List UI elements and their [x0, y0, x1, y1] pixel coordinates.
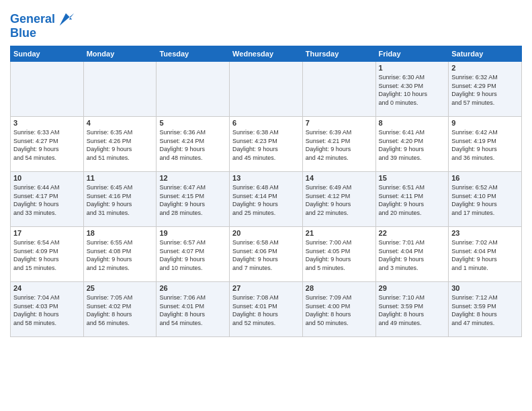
day-number: 18 [87, 229, 154, 237]
calendar-cell: 4Sunrise: 6:35 AM Sunset: 4:26 PM Daylig… [83, 117, 157, 172]
day-info: Sunrise: 7:10 AM Sunset: 3:59 PM Dayligh… [379, 293, 446, 327]
day-info: Sunrise: 6:36 AM Sunset: 4:24 PM Dayligh… [159, 128, 226, 162]
day-info: Sunrise: 7:09 AM Sunset: 4:00 PM Dayligh… [306, 293, 373, 327]
day-number: 24 [13, 284, 81, 292]
calendar-cell: 3Sunrise: 6:33 AM Sunset: 4:27 PM Daylig… [11, 117, 84, 172]
calendar-cell [83, 62, 157, 117]
day-number: 19 [159, 229, 226, 237]
header-day: Friday [375, 46, 449, 62]
day-number: 10 [13, 174, 81, 182]
header-day: Tuesday [157, 46, 230, 62]
day-number: 1 [379, 64, 446, 72]
day-info: Sunrise: 6:49 AM Sunset: 4:12 PM Dayligh… [306, 183, 373, 217]
calendar-cell: 13Sunrise: 6:48 AM Sunset: 4:14 PM Dayli… [230, 172, 303, 227]
day-number: 14 [306, 174, 373, 182]
day-info: Sunrise: 7:12 AM Sunset: 3:59 PM Dayligh… [451, 293, 519, 327]
day-info: Sunrise: 7:01 AM Sunset: 4:04 PM Dayligh… [379, 238, 446, 272]
day-number: 29 [379, 284, 446, 292]
day-info: Sunrise: 6:52 AM Sunset: 4:10 PM Dayligh… [451, 183, 519, 217]
day-info: Sunrise: 6:55 AM Sunset: 4:08 PM Dayligh… [87, 238, 154, 272]
day-info: Sunrise: 7:05 AM Sunset: 4:02 PM Dayligh… [87, 293, 154, 327]
day-info: Sunrise: 7:02 AM Sunset: 4:04 PM Dayligh… [451, 238, 519, 272]
day-number: 25 [87, 284, 154, 292]
day-number: 26 [159, 284, 226, 292]
svg-marker-0 [60, 13, 74, 26]
header-row: SundayMondayTuesdayWednesdayThursdayFrid… [11, 46, 522, 62]
day-info: Sunrise: 7:04 AM Sunset: 4:03 PM Dayligh… [13, 293, 81, 327]
header-day: Saturday [449, 46, 522, 62]
calendar-cell: 2Sunrise: 6:32 AM Sunset: 4:29 PM Daylig… [449, 62, 522, 117]
logo-text: General [10, 13, 55, 26]
calendar-cell [157, 62, 230, 117]
day-info: Sunrise: 6:30 AM Sunset: 4:30 PM Dayligh… [379, 73, 446, 107]
calendar-week-row: 1Sunrise: 6:30 AM Sunset: 4:30 PM Daylig… [11, 62, 522, 117]
page-header: General Blue [10, 7, 522, 40]
header-day: Wednesday [230, 46, 303, 62]
day-number: 23 [451, 229, 519, 237]
calendar-cell: 11Sunrise: 6:45 AM Sunset: 4:16 PM Dayli… [83, 172, 157, 227]
calendar-cell [302, 62, 375, 117]
calendar-week-row: 24Sunrise: 7:04 AM Sunset: 4:03 PM Dayli… [11, 282, 522, 337]
day-number: 5 [159, 119, 226, 127]
day-number: 21 [306, 229, 373, 237]
calendar-week-row: 3Sunrise: 6:33 AM Sunset: 4:27 PM Daylig… [11, 117, 522, 172]
day-number: 17 [13, 229, 81, 237]
calendar-cell: 17Sunrise: 6:54 AM Sunset: 4:09 PM Dayli… [11, 227, 84, 282]
day-number: 28 [306, 284, 373, 292]
logo: General Blue [10, 10, 75, 40]
calendar-cell: 26Sunrise: 7:06 AM Sunset: 4:01 PM Dayli… [157, 282, 230, 337]
calendar-cell: 18Sunrise: 6:55 AM Sunset: 4:08 PM Dayli… [83, 227, 157, 282]
calendar-cell: 5Sunrise: 6:36 AM Sunset: 4:24 PM Daylig… [157, 117, 230, 172]
day-info: Sunrise: 6:48 AM Sunset: 4:14 PM Dayligh… [232, 183, 300, 217]
day-number: 15 [379, 174, 446, 182]
header-day: Monday [83, 46, 157, 62]
day-info: Sunrise: 6:51 AM Sunset: 4:11 PM Dayligh… [379, 183, 446, 217]
day-info: Sunrise: 6:42 AM Sunset: 4:19 PM Dayligh… [451, 128, 519, 162]
day-info: Sunrise: 6:57 AM Sunset: 4:07 PM Dayligh… [159, 238, 226, 272]
day-number: 2 [451, 64, 519, 72]
calendar-cell: 10Sunrise: 6:44 AM Sunset: 4:17 PM Dayli… [11, 172, 84, 227]
calendar-cell: 19Sunrise: 6:57 AM Sunset: 4:07 PM Dayli… [157, 227, 230, 282]
day-info: Sunrise: 6:38 AM Sunset: 4:23 PM Dayligh… [232, 128, 300, 162]
day-info: Sunrise: 6:44 AM Sunset: 4:17 PM Dayligh… [13, 183, 81, 217]
calendar-cell: 22Sunrise: 7:01 AM Sunset: 4:04 PM Dayli… [375, 227, 449, 282]
calendar-cell: 1Sunrise: 6:30 AM Sunset: 4:30 PM Daylig… [375, 62, 449, 117]
day-info: Sunrise: 6:45 AM Sunset: 4:16 PM Dayligh… [87, 183, 154, 217]
day-number: 13 [232, 174, 300, 182]
header-day: Sunday [11, 46, 84, 62]
day-number: 3 [13, 119, 81, 127]
day-info: Sunrise: 7:00 AM Sunset: 4:05 PM Dayligh… [306, 238, 373, 272]
calendar-cell [11, 62, 84, 117]
day-number: 22 [379, 229, 446, 237]
day-info: Sunrise: 7:08 AM Sunset: 4:01 PM Dayligh… [232, 293, 300, 327]
calendar-cell: 21Sunrise: 7:00 AM Sunset: 4:05 PM Dayli… [302, 227, 375, 282]
main-container: General Blue SundayMondayTuesdayWednesda… [0, 0, 532, 340]
day-info: Sunrise: 6:58 AM Sunset: 4:06 PM Dayligh… [232, 238, 300, 272]
day-number: 7 [306, 119, 373, 127]
day-number: 12 [159, 174, 226, 182]
calendar-cell: 15Sunrise: 6:51 AM Sunset: 4:11 PM Dayli… [375, 172, 449, 227]
calendar-cell: 7Sunrise: 6:39 AM Sunset: 4:21 PM Daylig… [302, 117, 375, 172]
calendar-cell: 24Sunrise: 7:04 AM Sunset: 4:03 PM Dayli… [11, 282, 84, 337]
day-info: Sunrise: 6:33 AM Sunset: 4:27 PM Dayligh… [13, 128, 81, 162]
day-number: 16 [451, 174, 519, 182]
calendar-cell: 16Sunrise: 6:52 AM Sunset: 4:10 PM Dayli… [449, 172, 522, 227]
day-info: Sunrise: 6:35 AM Sunset: 4:26 PM Dayligh… [87, 128, 154, 162]
calendar-cell: 20Sunrise: 6:58 AM Sunset: 4:06 PM Dayli… [230, 227, 303, 282]
day-number: 9 [451, 119, 519, 127]
header-day: Thursday [302, 46, 375, 62]
calendar-cell: 29Sunrise: 7:10 AM Sunset: 3:59 PM Dayli… [375, 282, 449, 337]
calendar-table: SundayMondayTuesdayWednesdayThursdayFrid… [10, 46, 522, 337]
calendar-cell: 25Sunrise: 7:05 AM Sunset: 4:02 PM Dayli… [83, 282, 157, 337]
calendar-cell: 8Sunrise: 6:41 AM Sunset: 4:20 PM Daylig… [375, 117, 449, 172]
day-number: 8 [379, 119, 446, 127]
day-number: 30 [451, 284, 519, 292]
calendar-cell: 30Sunrise: 7:12 AM Sunset: 3:59 PM Dayli… [449, 282, 522, 337]
calendar-cell: 23Sunrise: 7:02 AM Sunset: 4:04 PM Dayli… [449, 227, 522, 282]
day-info: Sunrise: 6:54 AM Sunset: 4:09 PM Dayligh… [13, 238, 81, 272]
day-number: 4 [87, 119, 154, 127]
day-info: Sunrise: 6:41 AM Sunset: 4:20 PM Dayligh… [379, 128, 446, 162]
day-number: 11 [87, 174, 154, 182]
calendar-cell: 28Sunrise: 7:09 AM Sunset: 4:00 PM Dayli… [302, 282, 375, 337]
calendar-cell: 9Sunrise: 6:42 AM Sunset: 4:19 PM Daylig… [449, 117, 522, 172]
